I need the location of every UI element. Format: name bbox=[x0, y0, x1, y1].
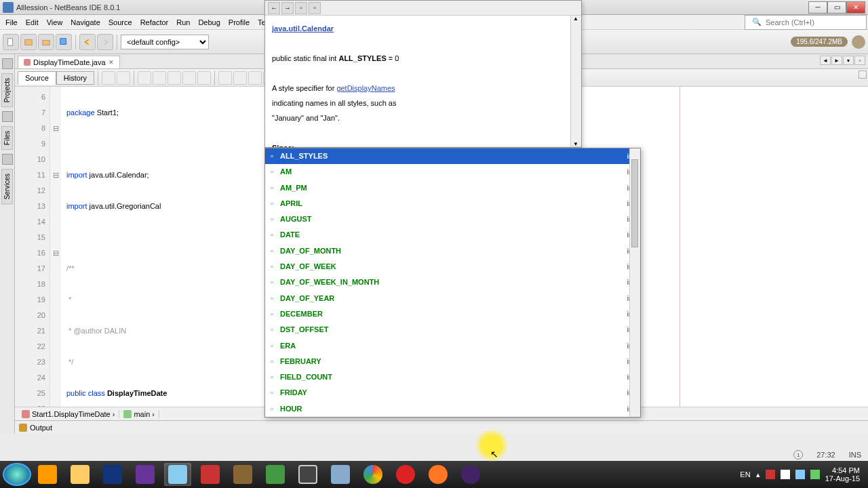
sidebar-tab-services[interactable]: Services bbox=[1, 169, 13, 204]
editor-tool-button[interactable] bbox=[138, 71, 151, 85]
javadoc-back-button[interactable]: ← bbox=[268, 2, 280, 14]
memory-usage[interactable]: 195.6/247.2MB bbox=[791, 37, 848, 47]
completion-item[interactable]: ▫AUGUSTint bbox=[265, 211, 640, 227]
close-button[interactable]: ✕ bbox=[846, 1, 865, 14]
menu-edit[interactable]: Edit bbox=[22, 17, 43, 28]
completion-item[interactable]: ▫ERAint bbox=[265, 338, 640, 354]
sidebar-icon[interactable] bbox=[2, 154, 13, 165]
redo-button[interactable] bbox=[97, 34, 113, 50]
config-select[interactable]: <default config> bbox=[121, 35, 209, 49]
taskbar-chrome[interactable] bbox=[359, 463, 387, 486]
menu-debug[interactable]: Debug bbox=[194, 17, 224, 28]
tab-prev-button[interactable]: ◄ bbox=[820, 56, 831, 65]
insert-mode[interactable]: INS bbox=[849, 451, 861, 459]
tray-battery-icon[interactable] bbox=[810, 470, 820, 479]
taskbar-visualstudio[interactable] bbox=[132, 463, 159, 486]
quick-search[interactable]: 🔍 bbox=[745, 15, 867, 30]
completion-item[interactable]: ▫FIELD_COUNTint bbox=[265, 369, 640, 385]
tab-list-button[interactable]: ▾ bbox=[843, 56, 854, 65]
javadoc-forward-button[interactable]: → bbox=[281, 2, 294, 14]
maximize-button[interactable]: ▭ bbox=[827, 1, 846, 14]
completion-list[interactable]: ▫ALL_STYLESint▫AMint▫AM_PMint▫APRILint▫A… bbox=[265, 148, 640, 417]
completion-item[interactable]: ▫DAY_OF_MONTHint bbox=[265, 243, 640, 259]
completion-item[interactable]: ▫APRILint bbox=[265, 196, 640, 211]
editor-tool-button[interactable] bbox=[117, 71, 130, 85]
sidebar-tab-files[interactable]: Files bbox=[1, 126, 13, 150]
completion-scrollbar[interactable] bbox=[629, 148, 640, 417]
menu-file[interactable]: File bbox=[1, 17, 22, 28]
completion-item[interactable]: ▫FEBRUARYint bbox=[265, 354, 640, 369]
tray-language[interactable]: EN bbox=[740, 470, 750, 479]
sidebar-tab-projects[interactable]: Projects bbox=[1, 73, 13, 107]
tab-next-button[interactable]: ► bbox=[831, 56, 842, 65]
taskbar-opera[interactable] bbox=[392, 463, 419, 486]
completion-item[interactable]: ▫DATEint bbox=[265, 227, 640, 243]
minimize-button[interactable]: ─ bbox=[808, 1, 827, 14]
menu-profile[interactable]: Profile bbox=[224, 17, 254, 28]
completion-item[interactable]: ▫DECEMBERint bbox=[265, 306, 640, 322]
editor-tool-button[interactable] bbox=[248, 71, 262, 85]
editor-tool-button[interactable] bbox=[218, 71, 232, 85]
menu-source[interactable]: Source bbox=[104, 17, 136, 28]
breadcrumb-class[interactable]: Start1.DisplayTimeDate› bbox=[18, 410, 119, 418]
history-view-button[interactable]: History bbox=[56, 71, 94, 85]
menu-navigate[interactable]: Navigate bbox=[66, 17, 104, 28]
taskbar-app[interactable] bbox=[229, 463, 256, 486]
editor-tool-button[interactable] bbox=[233, 71, 247, 85]
completion-item[interactable]: ▫ALL_STYLESint bbox=[265, 148, 640, 164]
save-all-button[interactable] bbox=[56, 34, 72, 50]
fold-gutter[interactable]: ⊟ ⊟ ⊟ bbox=[50, 87, 61, 407]
taskbar-media-player[interactable] bbox=[34, 463, 61, 486]
start-button[interactable] bbox=[3, 463, 31, 486]
editor-tool-button[interactable] bbox=[182, 71, 196, 85]
taskbar-netbeans[interactable] bbox=[164, 463, 191, 486]
sidebar-icon[interactable] bbox=[2, 58, 13, 69]
completion-item[interactable]: ▫DAY_OF_WEEKint bbox=[265, 259, 640, 274]
breadcrumb-method[interactable]: main› bbox=[119, 410, 159, 418]
completion-item[interactable]: ▫DAY_OF_YEARint bbox=[265, 291, 640, 306]
gc-icon[interactable] bbox=[852, 35, 865, 49]
tab-max-button[interactable]: ▫ bbox=[854, 56, 865, 65]
tray-flag-icon[interactable] bbox=[766, 470, 775, 479]
new-project-button[interactable] bbox=[20, 34, 37, 50]
output-panel-header[interactable]: Output bbox=[15, 420, 868, 434]
completion-item[interactable]: ▫DST_OFFSETint bbox=[265, 322, 640, 338]
menu-view[interactable]: View bbox=[43, 17, 67, 28]
editor-tool-button[interactable] bbox=[167, 71, 181, 85]
javadoc-content[interactable]: java.util.Calendar public static final i… bbox=[265, 16, 581, 147]
taskbar-app[interactable] bbox=[294, 463, 321, 486]
editor-tool-button[interactable] bbox=[153, 71, 166, 85]
close-tab-icon[interactable]: ✕ bbox=[108, 59, 114, 66]
editor-tool-button[interactable] bbox=[102, 71, 115, 85]
taskbar-app[interactable] bbox=[327, 463, 354, 486]
new-file-button[interactable] bbox=[3, 34, 19, 50]
javadoc-browser-button[interactable]: ▫ bbox=[295, 2, 307, 14]
taskbar-explorer[interactable] bbox=[66, 463, 94, 486]
completion-item[interactable]: ▫AM_PMint bbox=[265, 180, 640, 196]
search-input[interactable] bbox=[766, 18, 863, 26]
tray-up-icon[interactable]: ▴ bbox=[756, 470, 760, 479]
file-tab[interactable]: DisplayTimeDate.java ✕ bbox=[18, 56, 120, 68]
source-view-button[interactable]: Source bbox=[18, 71, 56, 85]
sidebar-icon[interactable] bbox=[2, 111, 13, 122]
completion-item[interactable]: ▫AMint bbox=[265, 164, 640, 180]
minimap-toggle[interactable] bbox=[859, 70, 867, 79]
javadoc-source-button[interactable]: ▫ bbox=[309, 2, 321, 14]
taskbar-app[interactable] bbox=[197, 463, 224, 486]
javadoc-scrollbar[interactable] bbox=[570, 16, 581, 147]
taskbar-clock[interactable]: 4:54 PM17-Aug-15 bbox=[825, 466, 860, 483]
editor-tool-button[interactable] bbox=[197, 71, 211, 85]
completion-item[interactable]: ▫DAY_OF_WEEK_IN_MONTHint bbox=[265, 274, 640, 290]
taskbar-eclipse[interactable] bbox=[457, 463, 484, 486]
taskbar-firefox[interactable] bbox=[425, 463, 452, 486]
undo-button[interactable] bbox=[79, 34, 96, 50]
completion-item[interactable]: ▫HOURint bbox=[265, 401, 640, 417]
open-project-button[interactable] bbox=[38, 34, 54, 50]
tray-network-icon[interactable] bbox=[795, 470, 805, 479]
notifications-icon[interactable]: 1 bbox=[793, 450, 803, 460]
menu-refactor[interactable]: Refactor bbox=[136, 17, 173, 28]
tray-volume-icon[interactable] bbox=[781, 470, 790, 479]
menu-run[interactable]: Run bbox=[172, 17, 194, 28]
completion-item[interactable]: ▫FRIDAYint bbox=[265, 385, 640, 401]
taskbar-photoshop[interactable] bbox=[99, 463, 126, 486]
